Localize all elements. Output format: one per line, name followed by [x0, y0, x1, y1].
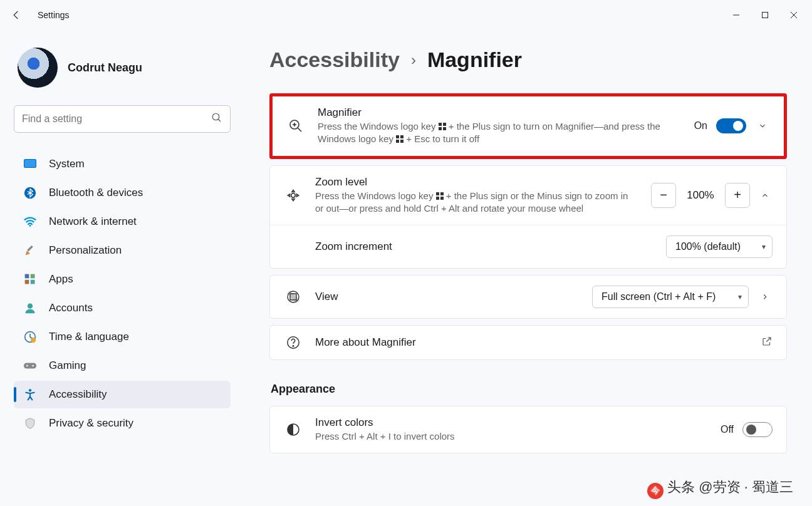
zoom-title: Zoom level: [315, 176, 638, 188]
sidebar-item-apps[interactable]: Apps: [14, 266, 231, 293]
app-title: Settings: [38, 10, 70, 20]
zoom-icon: [284, 187, 303, 204]
external-link-icon: [761, 336, 773, 349]
zoom-increase-button[interactable]: +: [725, 183, 750, 208]
svg-point-17: [26, 365, 28, 367]
svg-line-21: [298, 128, 301, 132]
sidebar-item-label: Time & language: [49, 331, 129, 343]
svg-rect-10: [31, 274, 35, 279]
sidebar-item-label: System: [49, 158, 85, 170]
sidebar-item-personalization[interactable]: Personalization: [14, 237, 231, 264]
titlebar: Settings: [0, 0, 812, 30]
zoom-increment-dropdown[interactable]: 100% (default) ▾: [666, 235, 773, 258]
invert-title: Invert colors: [315, 416, 708, 429]
svg-rect-11: [25, 280, 29, 284]
view-dropdown[interactable]: Full screen (Ctrl + Alt + F) ▾: [592, 286, 749, 308]
expand-chevron-icon[interactable]: [755, 121, 770, 130]
minimize-button[interactable]: [722, 5, 751, 25]
view-card: View Full screen (Ctrl + Alt + F) ▾: [269, 275, 787, 319]
collapse-chevron-icon[interactable]: [757, 191, 773, 200]
gaming-icon: [23, 361, 38, 371]
invert-desc: Press Ctrl + Alt + I to invert colors: [315, 430, 708, 443]
sidebar-item-system[interactable]: System: [14, 150, 231, 178]
watermark-logo-icon: 今: [647, 483, 664, 499]
svg-rect-9: [25, 274, 29, 279]
sidebar-item-gaming[interactable]: Gaming: [14, 352, 231, 380]
chevron-right-icon: ›: [411, 51, 416, 69]
zoom-desc: Press the Windows logo key + the Plus si…: [315, 190, 638, 215]
privacy-icon: [23, 417, 38, 430]
maximize-button[interactable]: [751, 5, 779, 25]
sidebar-item-label: Gaming: [49, 359, 86, 372]
sidebar-item-accessibility[interactable]: Accessibility: [14, 381, 231, 408]
svg-line-3: [218, 119, 221, 121]
sidebar-item-privacy[interactable]: Privacy & security: [14, 410, 231, 437]
svg-rect-8: [27, 245, 33, 251]
svg-point-2: [212, 113, 219, 120]
magnifier-desc: Press the Windows logo key + the Plus si…: [318, 120, 682, 146]
breadcrumb: Accessibility › Magnifier: [269, 48, 787, 72]
svg-rect-1: [763, 13, 768, 18]
accessibility-icon: [23, 388, 38, 401]
chevron-down-icon: ▾: [762, 242, 766, 251]
zoom-increment-label: Zoom increment: [315, 240, 653, 253]
magnifier-toggle[interactable]: [716, 118, 746, 133]
back-button[interactable]: [4, 3, 29, 28]
more-about-title: More about Magnifier: [315, 336, 749, 349]
breadcrumb-current: Magnifier: [427, 48, 522, 72]
invert-toggle[interactable]: [742, 422, 773, 437]
appearance-section-title: Appearance: [271, 383, 787, 396]
sidebar-item-bluetooth[interactable]: Bluetooth & devices: [14, 179, 231, 207]
zoom-decrease-button[interactable]: −: [651, 183, 676, 208]
user-account-header[interactable]: Codrut Neagu: [14, 36, 231, 105]
avatar: [18, 48, 58, 88]
sidebar: Codrut Neagu System Bluetooth & devices …: [0, 30, 244, 506]
svg-point-15: [31, 338, 36, 343]
main-content: Accessibility › Magnifier Magnifier Pres…: [244, 30, 812, 506]
zoom-value: 100%: [684, 189, 717, 202]
invert-colors-card: Invert colors Press Ctrl + Alt + I to in…: [269, 406, 787, 453]
watermark: 今头条 @劳资 · 蜀道三: [647, 478, 793, 497]
forward-chevron-icon[interactable]: [757, 292, 773, 301]
svg-point-7: [29, 225, 31, 227]
sidebar-item-label: Network & internet: [49, 215, 137, 228]
sidebar-item-label: Accessibility: [49, 388, 107, 401]
chevron-down-icon: ▾: [738, 292, 742, 301]
user-name: Codrut Neagu: [68, 61, 142, 75]
apps-icon: [23, 273, 38, 286]
windows-logo-icon: [396, 135, 403, 143]
help-icon: [284, 336, 303, 349]
windows-logo-icon: [439, 123, 446, 130]
svg-point-27: [293, 346, 293, 346]
sidebar-item-label: Bluetooth & devices: [49, 187, 143, 199]
search-icon: [211, 112, 222, 126]
svg-point-19: [29, 389, 31, 391]
sidebar-item-accounts[interactable]: Accounts: [14, 294, 231, 322]
sidebar-item-label: Apps: [49, 273, 73, 286]
sidebar-item-network[interactable]: Network & internet: [14, 208, 231, 235]
svg-point-13: [28, 304, 33, 309]
svg-point-24: [291, 194, 296, 198]
sidebar-item-label: Accounts: [49, 302, 93, 314]
nav: System Bluetooth & devices Network & int…: [14, 150, 231, 437]
magnifier-icon: [286, 118, 305, 133]
search-input[interactable]: [22, 113, 211, 125]
breadcrumb-parent[interactable]: Accessibility: [269, 48, 400, 72]
view-icon: [284, 289, 303, 304]
sidebar-item-time-language[interactable]: Time & language: [14, 323, 231, 351]
svg-point-18: [32, 365, 34, 367]
invert-state-label: Off: [721, 424, 734, 435]
close-button[interactable]: [779, 5, 808, 25]
magnifier-toggle-card: Magnifier Press the Windows logo key + t…: [269, 93, 787, 159]
view-title: View: [315, 291, 580, 303]
zoom-level-card: Zoom level Press the Windows logo key + …: [269, 165, 787, 269]
magnifier-state-label: On: [694, 120, 707, 132]
more-about-card[interactable]: More about Magnifier: [269, 325, 787, 360]
svg-rect-12: [31, 280, 35, 284]
system-icon: [23, 158, 38, 170]
windows-logo-icon: [436, 192, 444, 200]
sidebar-item-label: Privacy & security: [49, 417, 133, 430]
search-box[interactable]: [14, 105, 231, 133]
svg-rect-16: [24, 363, 36, 368]
time-language-icon: [23, 331, 38, 343]
